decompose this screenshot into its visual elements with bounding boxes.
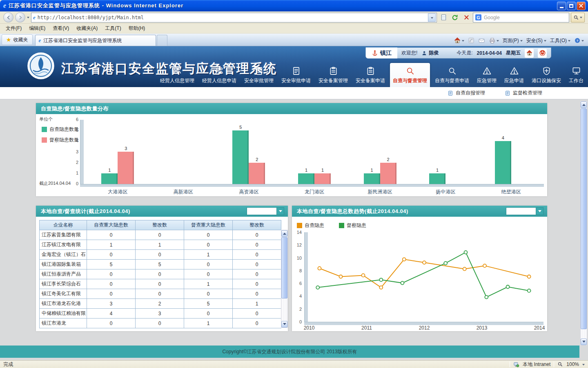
command-button-3[interactable]: 工具(O)	[550, 37, 570, 44]
table-row[interactable]: 江苏索普集团有限0000	[40, 230, 281, 240]
nav-item-1[interactable]: 经营人信息管理	[157, 65, 197, 87]
clipboard-icon	[329, 66, 338, 76]
address-url[interactable]: http://localhost:8080/yjpt/Main.html	[38, 15, 426, 20]
nav-item-4[interactable]: 安全审批申请	[278, 65, 314, 87]
print-button[interactable]	[489, 37, 499, 44]
value-cell: 0	[87, 250, 136, 260]
subnav-item-2[interactable]: 监督检查管理	[505, 90, 542, 96]
history-dropdown[interactable]	[27, 17, 29, 20]
zoom-icon[interactable]	[557, 361, 563, 367]
nav-item-6[interactable]: 安全备案申请	[353, 65, 388, 87]
trend-filter-select[interactable]	[506, 207, 543, 215]
table-scroll-thumb[interactable]	[281, 237, 287, 298]
bar-supervise	[118, 152, 134, 184]
value-cell: 0	[136, 230, 184, 240]
back-button[interactable]	[3, 12, 13, 22]
trend-line-svg	[308, 231, 544, 323]
forward-arrow-icon	[18, 15, 23, 20]
bar-value-label: 1	[314, 168, 331, 173]
search-box[interactable]: G Google	[473, 13, 569, 22]
table-scrollbar[interactable]	[281, 230, 288, 328]
menu-item-3[interactable]: 查看(V)	[49, 24, 72, 33]
subnav-item-1[interactable]: 自查自报管理	[448, 90, 485, 96]
nav-item-8[interactable]: 自查与督查申请	[432, 65, 472, 87]
nav-item-10[interactable]: 应急申请	[501, 65, 527, 87]
power-icon	[539, 49, 546, 56]
menu-item-5[interactable]: 工具(T)	[102, 24, 124, 33]
menu-item-6[interactable]: 帮助(H)	[125, 24, 149, 33]
feed-button[interactable]	[468, 37, 474, 44]
search-button[interactable]	[571, 13, 585, 22]
menu-item-4[interactable]: 收藏夹(A)	[73, 24, 101, 33]
table-scroll-up-button[interactable]	[281, 230, 287, 237]
table-row[interactable]: 金海宏业（镇江）石0010	[40, 250, 281, 260]
app-footer: Copyright©江苏省交通规划设计院股份有限公司 2013版权所有	[0, 346, 579, 358]
table-row[interactable]: 镇江奇美化工有限0000	[40, 289, 281, 299]
trend-x-tick-label: 2014	[530, 325, 548, 331]
nav-item-3[interactable]: 安全审批管理	[241, 65, 276, 87]
portal-home-button[interactable]	[525, 49, 534, 58]
company-name-cell: 镇江恒泰沥青产品	[40, 269, 87, 279]
nav-item-label: 工作台	[569, 77, 584, 84]
page-scrollbar[interactable]	[580, 101, 587, 346]
window-titlebar[interactable]: e 江苏省港口安全监管与应急管理系统 - Windows Internet Ex…	[0, 0, 588, 11]
trend-filter-dropdown-button[interactable]	[536, 208, 543, 215]
menu-item-2[interactable]: 编辑(E)	[26, 24, 49, 33]
home-icon	[454, 37, 461, 44]
new-tab-stub[interactable]	[157, 35, 167, 46]
forward-button[interactable]	[15, 12, 25, 22]
nav-item-7[interactable]: 自查与督查管理	[390, 63, 430, 87]
home-button[interactable]	[454, 37, 464, 44]
address-bar[interactable]: e http://localhost:8080/yjpt/Main.html	[31, 13, 437, 22]
legend-swatch	[339, 223, 344, 228]
stats-filter-dropdown-button[interactable]	[276, 208, 284, 215]
table-row[interactable]: 镇江市港龙石化港3251	[40, 299, 281, 309]
close-button[interactable]	[577, 2, 586, 10]
bar-unit-label: 单位个	[39, 116, 53, 122]
value-cell: 0	[233, 260, 281, 269]
nav-item-label: 安全备案申请	[356, 77, 385, 84]
help-button[interactable]: ?	[574, 37, 584, 44]
command-button-2[interactable]: 安全(S)	[526, 37, 546, 44]
printer-icon	[489, 37, 496, 44]
table-row[interactable]: 镇江恒泰沥青产品0000	[40, 269, 281, 279]
value-cell: 0	[233, 279, 281, 289]
zoom-dropdown[interactable]	[582, 364, 585, 367]
page-scroll-thumb[interactable]	[581, 108, 587, 329]
compatibility-view-button[interactable]	[439, 13, 448, 22]
bar-category-label: 大港港区	[91, 188, 144, 195]
nav-item-5[interactable]: 安全备案管理	[316, 65, 351, 87]
value-cell: 0	[233, 230, 281, 240]
page-scroll-down-button[interactable]	[581, 339, 587, 345]
restore-button[interactable]	[567, 2, 576, 10]
city-tab[interactable]: 镇江	[366, 47, 397, 58]
mail-button[interactable]	[478, 37, 485, 44]
company-name-cell: 镇江市港龙	[40, 319, 87, 328]
table-row[interactable]: 镇江市港龙0010	[40, 319, 281, 328]
nav-item-12[interactable]: 工作台	[566, 65, 586, 87]
table-row[interactable]: 镇江港国际集装箱5500	[40, 260, 281, 269]
logout-button[interactable]	[538, 49, 547, 58]
value-cell: 0	[184, 289, 233, 299]
browser-tab[interactable]: e 江苏省港口安全监管与应急管理系统	[35, 35, 156, 46]
stats-filter-select[interactable]	[247, 207, 284, 215]
zoom-level[interactable]: 100%	[566, 361, 579, 367]
search-input[interactable]: Google	[484, 15, 567, 20]
stop-button[interactable]	[461, 13, 471, 22]
page-scroll-up-button[interactable]	[581, 101, 587, 108]
trend-y-tick-label: 4	[294, 294, 302, 298]
table-row[interactable]: 中储粮镇江粮油有限4300	[40, 309, 281, 319]
address-dropdown-button[interactable]	[428, 13, 436, 22]
refresh-button[interactable]	[450, 13, 460, 22]
command-button-1[interactable]: 页面(P)	[503, 37, 523, 44]
document-icon	[292, 66, 301, 76]
table-scroll-down-button[interactable]	[281, 321, 287, 328]
nav-item-2[interactable]: 经营人信息申请	[199, 65, 239, 87]
nav-item-9[interactable]: 应急管理	[474, 65, 499, 87]
favorites-button[interactable]: ★ 收藏夹	[2, 34, 33, 45]
minimize-button[interactable]	[557, 2, 566, 10]
nav-item-11[interactable]: 港口设施保安	[529, 65, 564, 87]
table-row[interactable]: 镇江李长荣综合石0010	[40, 279, 281, 289]
table-row[interactable]: 江苏镇江发电有限1100	[40, 240, 281, 250]
menu-item-1[interactable]: 文件(F)	[2, 24, 25, 33]
